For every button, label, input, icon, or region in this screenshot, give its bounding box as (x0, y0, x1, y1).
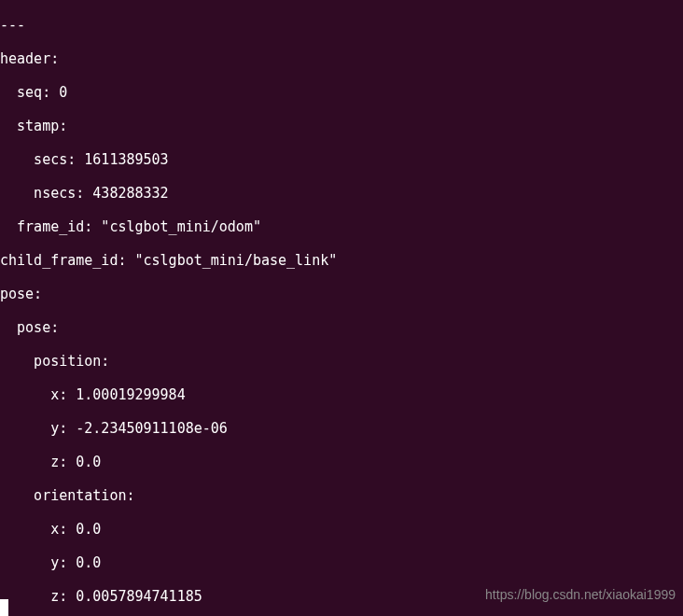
watermark-text: https://blog.csdn.net/xiaokai1999 (485, 586, 676, 603)
output-line: x: 0.0 (0, 521, 683, 538)
output-line: --- (0, 17, 683, 34)
output-line: frame_id: "cslgbot_mini/odom" (0, 218, 683, 235)
output-line: z: 0.0 (0, 454, 683, 470)
output-line: nsecs: 438288332 (0, 185, 683, 202)
output-line: pose: (0, 319, 683, 336)
output-line: y: -2.23450911108e-06 (0, 420, 683, 437)
output-line: seq: 0 (0, 84, 683, 101)
terminal-cursor[interactable] (0, 599, 8, 616)
output-line: x: 1.00019299984 (0, 386, 683, 403)
output-line: secs: 1611389503 (0, 151, 683, 168)
terminal-output: --- header: seq: 0 stamp: secs: 16113895… (0, 0, 683, 616)
output-line: header: (0, 50, 683, 67)
output-line: pose: (0, 286, 683, 302)
output-line: orientation: (0, 487, 683, 504)
output-line: child_frame_id: "cslgbot_mini/base_link" (0, 252, 683, 269)
output-line: position: (0, 353, 683, 370)
output-line: stamp: (0, 118, 683, 134)
output-line: y: 0.0 (0, 554, 683, 571)
